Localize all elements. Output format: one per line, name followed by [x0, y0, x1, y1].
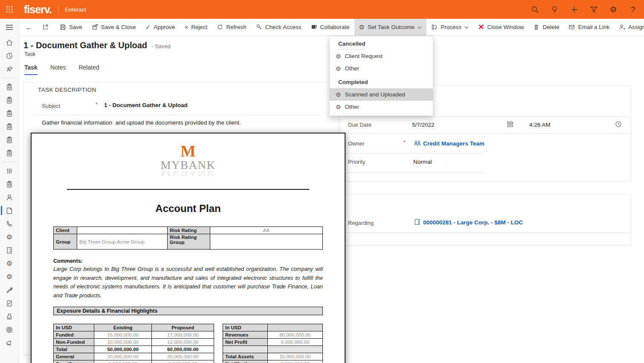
rail-divider [2, 78, 17, 78]
sidebar-item-custom-entity-3[interactable]: ⚙ [0, 270, 19, 283]
due-time-value[interactable]: 4:26 AM [529, 122, 551, 128]
assign-button[interactable]: Assign [614, 19, 644, 36]
sidebar-item-document-alert[interactable] [0, 244, 19, 257]
clipboard-edit-icon [6, 299, 13, 307]
subject-label: Subject [42, 103, 60, 109]
sidebar-item-recent[interactable] [0, 49, 19, 62]
search-icon[interactable] [526, 2, 543, 17]
table-row: In USD [223, 324, 323, 331]
sidebar-item-home[interactable] [0, 36, 19, 49]
reject-button[interactable]: × Reject [180, 19, 212, 36]
left-navigation-rail: ⚙ ⚙ ⚙ [0, 19, 19, 363]
settings-gear-icon[interactable]: ⚙ [605, 2, 622, 17]
menu-item-cancelled-other[interactable]: ⚙ Other [330, 62, 433, 75]
process-button[interactable]: Process [426, 19, 473, 36]
sidebar-item-custom-entity-2[interactable]: ⚙ [0, 257, 19, 270]
approve-button[interactable]: ✓ Approve [141, 19, 180, 36]
phone-icon [6, 220, 13, 228]
check-access-button[interactable]: Check Access [251, 19, 306, 36]
sidebar-item-task-7[interactable] [0, 177, 19, 191]
client-group-table: Client Risk Rating AA Group Big Three Gr… [53, 227, 323, 250]
sidebar-item-task-3[interactable] [0, 107, 19, 120]
mybank-logo-initial: M [32, 143, 345, 159]
sidebar-item-task-1[interactable] [0, 80, 19, 93]
sidebar-item-task-6[interactable] [0, 146, 19, 160]
sidebar-item-notes-selected[interactable] [0, 204, 19, 217]
back-button[interactable]: ← [20, 19, 38, 36]
filter-icon[interactable] [585, 2, 602, 17]
set-task-outcome-menu: Cancelled ⚙ Client Request ⚙ Other Compl… [329, 36, 433, 116]
sidebar-item-announcement[interactable] [0, 336, 19, 349]
due-date-value[interactable]: 5/7/2022 [412, 122, 435, 128]
refresh-button[interactable]: Refresh [212, 19, 251, 36]
tab-task[interactable]: Task [24, 64, 38, 75]
subject-value[interactable]: 1 - Document Gather & Upload [104, 102, 188, 108]
clipboard-icon [6, 110, 13, 117]
back-arrow-icon: ← [25, 23, 33, 31]
calendar-icon[interactable] [507, 121, 513, 129]
menu-item-client-request[interactable]: ⚙ Client Request [330, 50, 433, 62]
menu-group-header-cancelled: Cancelled [330, 36, 433, 49]
clock-icon[interactable] [615, 121, 622, 129]
teams-icon: T [311, 24, 317, 30]
help-icon[interactable]: ? [624, 2, 641, 17]
sidebar-item-target[interactable] [0, 323, 19, 336]
sidebar-item-task-5[interactable] [0, 133, 19, 146]
task-description-text[interactable]: Gather financial information and upload … [42, 119, 241, 126]
sidebar-item-task-4[interactable] [0, 120, 19, 133]
exposure-section-header: Exposure Details & Financial Highlights [53, 307, 323, 315]
sidebar-item-pinned[interactable] [0, 62, 19, 76]
pipeline-icon [6, 167, 13, 175]
table-row: Non-Funded 10,000,000.00 12,000,000.00 [54, 339, 214, 346]
sidebar-item-contact[interactable] [0, 191, 19, 204]
trash-icon [533, 24, 540, 30]
priority-value[interactable]: Normal [413, 159, 432, 165]
sidebar-item-notes-edit[interactable] [0, 296, 19, 310]
team-icon: AA [414, 140, 421, 148]
gear-icon: ⚙ [336, 66, 341, 72]
close-window-button[interactable]: ✕ Close Window [473, 19, 529, 36]
app-launcher-waffle-icon[interactable] [0, 0, 19, 19]
lightbulb-icon[interactable] [546, 2, 563, 17]
check-icon: ✓ [145, 24, 151, 30]
document-preview-window[interactable]: M MYBANK MYBANK Account Plan Client Risk… [31, 133, 345, 363]
save-close-icon [92, 24, 98, 30]
tab-related[interactable]: Related [78, 64, 99, 75]
hamburger-menu-icon[interactable] [0, 19, 19, 36]
owner-link[interactable]: Credit Managers Team [423, 140, 484, 147]
menu-item-scanned-and-uploaded[interactable]: ⚙ Scanned and Uploaded [330, 88, 433, 101]
sidebar-item-pipeline[interactable] [0, 164, 19, 177]
field-divider [340, 116, 632, 117]
table-row: Funded 15,000,000.00 17,000,000.00 [54, 331, 214, 339]
regarding-label: Regarding [348, 220, 374, 226]
table-row: In USD Existing Proposed [54, 324, 214, 331]
rail-divider [2, 162, 17, 162]
comments-label: Comments: [53, 258, 323, 264]
sidebar-item-task-2[interactable] [0, 93, 19, 107]
sidebar-item-custom-entity-1[interactable]: ⚙ [0, 230, 19, 244]
menu-item-completed-other[interactable]: ⚙ Other [330, 101, 433, 113]
save-button[interactable]: Save [55, 19, 87, 36]
record-type-label: Task [24, 51, 35, 57]
sidebar-item-phone-call[interactable] [0, 217, 19, 230]
open-in-new-window-button[interactable] [38, 19, 53, 36]
plus-icon[interactable] [566, 2, 583, 17]
key-icon [256, 24, 262, 30]
set-task-outcome-button[interactable]: ⚙ Set Task Outcome [354, 19, 427, 36]
delete-button[interactable]: Delete [528, 19, 564, 36]
email-a-link-button[interactable]: Email a Link [564, 19, 614, 36]
save-and-close-button[interactable]: Save & Close [87, 19, 141, 36]
required-marker: * [96, 102, 98, 107]
collaborate-button[interactable]: T Collaborate [306, 19, 354, 36]
mybank-logo-text: MYBANK [32, 159, 345, 171]
megaphone-icon [6, 339, 13, 347]
regarding-link[interactable]: 000000281 - Large Corp. - $8M - LOC [423, 219, 523, 226]
sidebar-item-tools[interactable] [0, 283, 19, 296]
sidebar-item-certification[interactable] [0, 310, 19, 323]
target-icon [6, 326, 13, 334]
mybank-logo-reflection: MYBANK [32, 171, 345, 178]
process-icon [431, 24, 438, 30]
field-divider [340, 153, 484, 154]
tab-notes[interactable]: Notes [50, 64, 66, 75]
svg-text:T: T [313, 25, 315, 28]
